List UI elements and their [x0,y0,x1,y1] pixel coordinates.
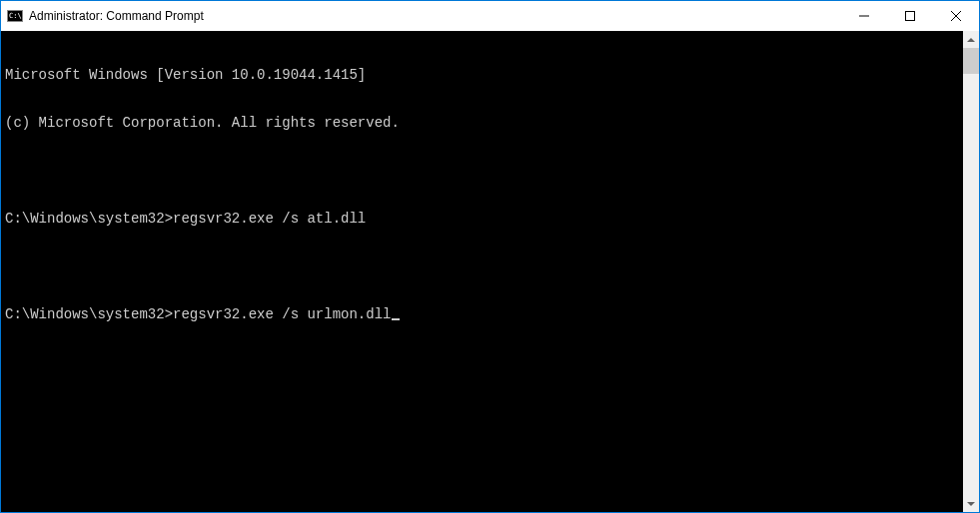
console-command-line: C:\Windows\system32>regsvr32.exe /s urlm… [5,306,961,322]
svg-text:C:\: C:\ [9,12,22,20]
console-command-line: C:\Windows\system32>regsvr32.exe /s atl.… [5,211,961,227]
command-prompt-icon: C:\ [7,8,23,24]
close-button[interactable] [933,1,979,31]
console-prompt: C:\Windows\system32> [5,306,173,322]
console-header-line: Microsoft Windows [Version 10.0.19044.14… [5,67,961,83]
window-title: Administrator: Command Prompt [29,9,204,23]
svg-rect-3 [906,12,915,21]
text-cursor [392,318,400,320]
console-output[interactable]: Microsoft Windows [Version 10.0.19044.14… [1,31,963,512]
command-prompt-window: C:\ Administrator: Command Prompt [0,0,980,513]
scrollbar-thumb[interactable] [963,48,979,74]
window-controls [841,1,979,31]
console-header-line: (c) Microsoft Corporation. All rights re… [5,115,961,131]
svg-marker-7 [967,502,975,506]
console-blank-line [5,258,961,274]
titlebar[interactable]: C:\ Administrator: Command Prompt [1,1,979,31]
scroll-up-button[interactable] [963,31,979,48]
vertical-scrollbar[interactable] [963,31,979,512]
svg-marker-6 [967,38,975,42]
client-area: Microsoft Windows [Version 10.0.19044.14… [1,31,979,512]
minimize-button[interactable] [841,1,887,31]
scroll-down-button[interactable] [963,495,979,512]
console-command: regsvr32.exe /s atl.dll [173,211,366,227]
scrollbar-track[interactable] [963,48,979,495]
console-command: regsvr32.exe /s urlmon.dll [173,306,391,322]
console-prompt: C:\Windows\system32> [5,211,173,227]
maximize-button[interactable] [887,1,933,31]
console-blank-line [5,163,961,179]
